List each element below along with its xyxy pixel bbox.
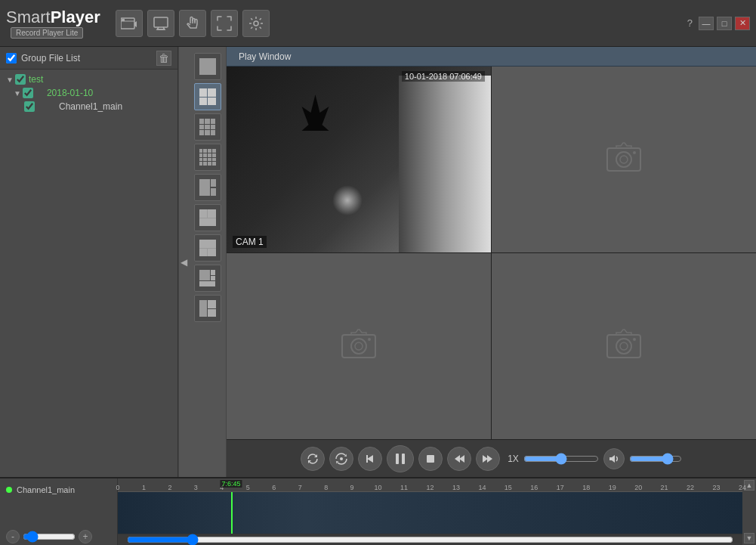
svg-rect-18 [396, 454, 399, 464]
step-forward-button[interactable] [476, 447, 500, 471]
timeline-track[interactable]: 7:6:45 [118, 492, 742, 534]
layout-custom4-button[interactable] [194, 265, 221, 292]
restore-button[interactable]: □ [717, 17, 732, 30]
svg-rect-20 [427, 455, 434, 463]
cam1-timestamp: 10-01-2018 07:06:49 [402, 71, 485, 82]
hand-tool-button[interactable] [179, 10, 206, 37]
date-checkbox[interactable] [23, 88, 33, 98]
ruler-tick-0: 0 [116, 484, 119, 491]
app-logo: Smart Player Record Player Lite [6, 8, 100, 39]
volume-button[interactable] [603, 448, 625, 469]
channel-checkbox[interactable] [24, 101, 35, 112]
ruler-tick-7: 7 [298, 484, 302, 491]
rewind-start-button[interactable] [358, 447, 382, 471]
delete-button[interactable]: 🗑 [156, 51, 171, 66]
fullscreen-button[interactable] [211, 10, 238, 37]
video-scene-1 [227, 67, 491, 252]
tree-item-channel[interactable]: Channel1_main [21, 100, 174, 113]
settings-button[interactable] [242, 10, 270, 37]
layout-custom2-button[interactable] [194, 204, 221, 231]
ruler-tick-21: 21 [661, 484, 668, 491]
file-tree: ▼ test ▼ 2018-01-10 Channel1_main [0, 70, 177, 477]
channel-label: Channel1_main [59, 101, 122, 112]
monitor-button[interactable] [147, 10, 174, 37]
video-thumbnail-1 [227, 67, 491, 252]
layout-custom1-button[interactable] [194, 174, 221, 201]
ruler-tick-22: 22 [687, 484, 694, 491]
logo-smart: Smart [6, 8, 51, 27]
group-checkbox[interactable] [6, 53, 17, 63]
content-area: Play Window [189, 47, 756, 477]
help-button[interactable]: ? [687, 17, 693, 29]
ruler-tick-19: 19 [609, 484, 616, 491]
sync-button[interactable] [301, 447, 325, 471]
layout-1x1-button[interactable] [194, 53, 221, 80]
playback-controls: 1X [227, 439, 756, 477]
video-cell-1[interactable]: 10-01-2018 07:06:49 CAM 1 [227, 67, 491, 252]
step-back-button[interactable] [447, 447, 471, 471]
ruler-tick-2: 2 [168, 484, 171, 491]
pause-button[interactable] [387, 445, 414, 472]
video-cell-4[interactable] [492, 253, 756, 439]
minimize-button[interactable]: — [699, 17, 714, 30]
svg-point-7 [633, 151, 636, 154]
tree-item-test[interactable]: ▼ test [3, 73, 174, 86]
svg-point-14 [620, 342, 628, 350]
layout-panel [189, 47, 227, 477]
sidebar-title: Group File List [21, 53, 156, 63]
window-controls: ? — □ ✕ [687, 17, 750, 30]
video-cell-2[interactable] [492, 67, 756, 252]
ruler-tick-17: 17 [557, 484, 564, 491]
video-grid: 10-01-2018 07:06:49 CAM 1 [227, 67, 756, 439]
ruler-tick-16: 16 [530, 484, 538, 491]
speed-slider[interactable] [523, 453, 599, 465]
scroll-down-button[interactable]: ▼ [744, 533, 754, 543]
main-content: Group File List 🗑 ▼ test ▼ 2018-01-10 Ch… [0, 47, 756, 477]
video-cell-3[interactable] [227, 253, 491, 439]
test-checkbox[interactable] [15, 74, 26, 85]
stop-button[interactable] [418, 447, 443, 471]
layout-2x2-button[interactable] [194, 83, 221, 110]
timeline-channel-name: Channel1_main [17, 485, 75, 494]
svg-point-13 [616, 339, 631, 354]
test-label: test [29, 74, 43, 85]
svg-point-15 [633, 338, 636, 341]
app-badge: Record Player Lite [11, 27, 83, 39]
layout-custom5-button[interactable] [194, 295, 221, 322]
layout-3x3-button[interactable] [194, 113, 221, 141]
zoom-slider[interactable] [23, 531, 76, 543]
svg-rect-1 [122, 19, 125, 21]
sidebar-collapse-button[interactable]: ◀ [178, 47, 189, 477]
sidebar-header: Group File List 🗑 [0, 47, 177, 70]
volume-slider[interactable] [629, 453, 682, 465]
svg-point-11 [368, 338, 371, 341]
cam1-label: CAM 1 [233, 236, 267, 248]
ruler-tick-6: 6 [272, 484, 276, 491]
zoom-in-button[interactable]: + [79, 530, 92, 543]
svg-point-6 [620, 156, 628, 163]
layout-4x4-button[interactable] [194, 144, 221, 171]
ruler-tick-23: 23 [713, 484, 721, 491]
sidebar-container: Group File List 🗑 ▼ test ▼ 2018-01-10 Ch… [0, 47, 189, 477]
ruler-tick-12: 12 [426, 484, 434, 491]
date-label: 2018-01-10 [47, 88, 93, 98]
zoom-out-button[interactable]: - [6, 530, 20, 543]
sync2-button[interactable] [329, 447, 353, 471]
sidebar: Group File List 🗑 ▼ test ▼ 2018-01-10 Ch… [0, 47, 178, 477]
svg-point-9 [351, 339, 366, 354]
date-expand-icon: ▼ [14, 89, 21, 98]
expand-icon: ▼ [6, 76, 14, 84]
svg-rect-19 [402, 454, 405, 464]
ruler-tick-3: 3 [194, 484, 198, 491]
speed-label: 1X [508, 454, 519, 464]
add-file-button[interactable] [116, 10, 143, 37]
play-area: Play Window [227, 47, 756, 477]
tree-item-date[interactable]: ▼ 2018-01-10 [11, 86, 174, 100]
channel-active-dot [6, 487, 12, 493]
ruler-tick-11: 11 [400, 484, 408, 491]
camera-placeholder-4 [606, 327, 642, 366]
svg-point-3 [254, 21, 258, 26]
timeline-h-scrollbar[interactable] [127, 536, 733, 543]
layout-custom3-button[interactable] [194, 234, 221, 262]
close-button[interactable]: ✕ [735, 17, 750, 30]
